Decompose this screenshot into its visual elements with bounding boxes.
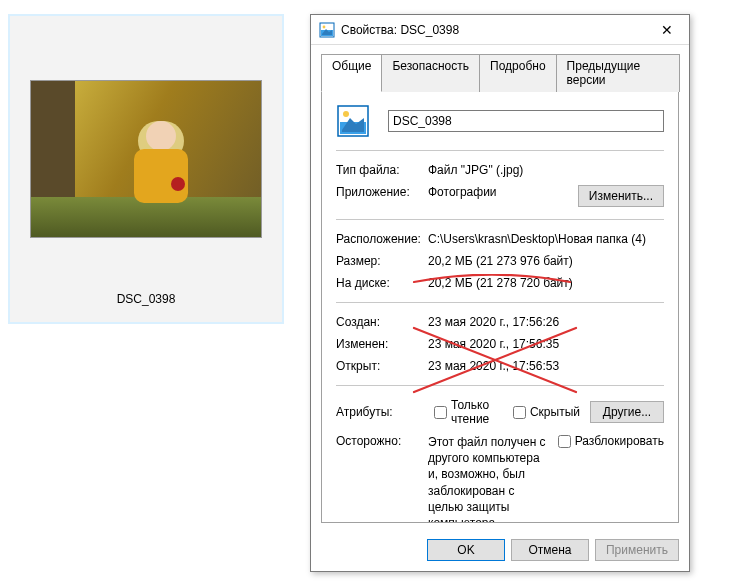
separator <box>336 150 664 151</box>
close-button[interactable]: ✕ <box>647 16 687 44</box>
dialog-title: Свойства: DSC_0398 <box>341 23 647 37</box>
tab-previous-versions[interactable]: Предыдущие версии <box>556 54 680 92</box>
label-created: Создан: <box>336 315 424 329</box>
svg-point-2 <box>323 25 326 28</box>
other-attributes-button[interactable]: Другие... <box>590 401 664 423</box>
label-modified: Изменен: <box>336 337 424 351</box>
thumbnail-image[interactable] <box>30 80 262 238</box>
apply-button[interactable]: Применить <box>595 539 679 561</box>
titlebar[interactable]: Свойства: DSC_0398 ✕ <box>311 15 689 45</box>
label-attributes: Атрибуты: <box>336 405 424 419</box>
properties-dialog: Свойства: DSC_0398 ✕ Общие Безопасность … <box>310 14 690 572</box>
tab-details[interactable]: Подробно <box>479 54 557 92</box>
dialog-title-name: DSC_0398 <box>400 23 459 37</box>
value-filetype: Файл "JPG" (.jpg) <box>428 163 664 177</box>
hidden-label: Скрытый <box>530 405 580 419</box>
value-location: C:\Users\krasn\Desktop\Новая папка (4) <box>428 232 664 246</box>
label-ondisk: На диске: <box>336 276 424 290</box>
tab-general[interactable]: Общие <box>321 54 382 92</box>
value-modified: ‎23 ‎мая ‎2020 ‎г., ‏‎17:56:35 <box>428 337 664 351</box>
unblock-label: Разблокировать <box>575 434 664 448</box>
readonly-checkbox-wrap[interactable]: Только чтение <box>434 398 503 426</box>
filename-input[interactable] <box>388 110 664 132</box>
file-type-icon <box>336 104 370 138</box>
separator <box>336 302 664 303</box>
label-location: Расположение: <box>336 232 424 246</box>
image-file-icon <box>319 22 335 38</box>
hidden-checkbox[interactable] <box>513 406 526 419</box>
thumbnail-panel: DSC_0398 <box>8 14 284 324</box>
photo-apple <box>171 177 185 191</box>
unblock-checkbox[interactable] <box>558 435 571 448</box>
dialog-title-prefix: Свойства: <box>341 23 400 37</box>
photo-girl <box>126 121 196 221</box>
dialog-button-bar: OK Отмена Применить <box>311 531 689 571</box>
separator <box>336 219 664 220</box>
value-size: 20,2 МБ (21 273 976 байт) <box>428 254 664 268</box>
readonly-label: Только чтение <box>451 398 503 426</box>
close-icon: ✕ <box>661 22 673 38</box>
label-app: Приложение: <box>336 185 424 199</box>
unblock-checkbox-wrap[interactable]: Разблокировать <box>558 434 664 448</box>
svg-point-5 <box>343 111 349 117</box>
separator <box>336 385 664 386</box>
hidden-checkbox-wrap[interactable]: Скрытый <box>513 405 580 419</box>
change-app-button[interactable]: Изменить... <box>578 185 664 207</box>
tabs: Общие Безопасность Подробно Предыдущие в… <box>311 45 689 92</box>
thumbnail-label[interactable]: DSC_0398 <box>10 292 282 306</box>
ok-button[interactable]: OK <box>427 539 505 561</box>
tab-general-body: Тип файла: Файл "JPG" (.jpg) Приложение:… <box>321 92 679 523</box>
label-size: Размер: <box>336 254 424 268</box>
label-filetype: Тип файла: <box>336 163 424 177</box>
label-caution: Осторожно: <box>336 434 424 448</box>
value-accessed: ‎23 ‎мая ‎2020 ‎г., ‏‎17:56:53 <box>428 359 664 373</box>
readonly-checkbox[interactable] <box>434 406 447 419</box>
tab-security[interactable]: Безопасность <box>381 54 480 92</box>
cancel-button[interactable]: Отмена <box>511 539 589 561</box>
label-accessed: Открыт: <box>336 359 424 373</box>
caution-text: Этот файл получен с другого компьютера и… <box>428 434 548 523</box>
value-created: ‎23 ‎мая ‎2020 ‎г., ‏‎17:56:26 <box>428 315 664 329</box>
value-ondisk: 20,2 МБ (21 278 720 байт) <box>428 276 664 290</box>
value-app: Фотографии <box>428 185 574 199</box>
